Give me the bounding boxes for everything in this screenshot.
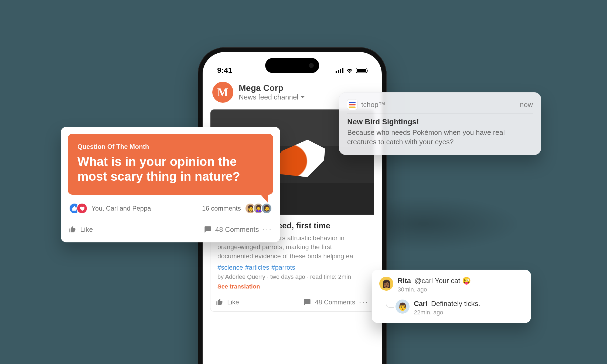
app-icon [347, 99, 357, 110]
comment-user[interactable]: Rita [398, 277, 411, 285]
avatar: 🧔 [261, 203, 272, 214]
push-time: now [520, 101, 533, 109]
channel-title: Mega Corp [239, 83, 372, 93]
commenter-avatars[interactable]: 👩 👩‍🦱 🧔 [245, 203, 272, 214]
chevron-down-icon [301, 95, 305, 99]
question-text: What is in your opinion the most scary t… [77, 154, 264, 184]
comment-time: 30min. ago [398, 286, 523, 293]
comment-body: Definately ticks. [431, 300, 480, 308]
comment-text: Carl Definately ticks. [414, 300, 523, 308]
channel-avatar: M [212, 82, 233, 103]
article-action-bar: Like 48 Comments ··· [210, 293, 374, 311]
article-byline: by Adorlee Querry · two days ago · read … [217, 273, 367, 280]
wifi-icon [346, 68, 353, 73]
cellular-icon [336, 68, 343, 73]
push-notification[interactable]: tchop™ now New Bird Sightings! Because w… [339, 92, 541, 155]
question-kicker: Question Of The Month [77, 143, 264, 150]
more-icon[interactable]: ··· [359, 298, 369, 307]
battery-icon [356, 68, 367, 73]
comment-time: 22min. ago [414, 309, 523, 316]
question-card[interactable]: Question Of The Month What is in your op… [61, 127, 280, 242]
comments-button[interactable]: 48 Comments [215, 225, 259, 234]
reactions-summary[interactable]: You, Carl and Peppa [91, 205, 151, 212]
thumbs-up-icon[interactable] [69, 226, 76, 233]
question-action-bar: Like 48 Comments ··· [61, 219, 280, 240]
question-bubble: Question Of The Month What is in your op… [68, 134, 273, 195]
comment-user[interactable]: Carl [414, 300, 428, 308]
avatar[interactable]: 👩🏾 [379, 277, 393, 291]
avatar[interactable]: 👨 [395, 300, 410, 314]
push-body: Because who needs Pokémon when you have … [347, 128, 533, 147]
tag[interactable]: #articles [245, 264, 269, 271]
dynamic-island [265, 58, 319, 73]
comment-emoji: 😜 [462, 277, 471, 285]
status-time: 9:41 [217, 66, 232, 75]
comment-body: Your cat [435, 277, 460, 285]
like-button[interactable]: Like [227, 298, 239, 306]
channel-subtitle-text: News feed channel [239, 93, 298, 101]
comment-row: 👨 Carl Definately ticks. 22min. ago [395, 300, 523, 316]
push-title: New Bird Sightings! [347, 118, 533, 126]
comment-text: Rita @carl Your cat 😜 [398, 277, 523, 285]
article-tags[interactable]: #science #articles #parrots [217, 264, 367, 271]
thumbs-up-icon[interactable] [216, 298, 223, 306]
see-translation-link[interactable]: See translation [217, 283, 367, 290]
comments-count[interactable]: 16 comments [202, 205, 241, 212]
comments-card[interactable]: 👩🏾 Rita @carl Your cat 😜 30min. ago 👨 Ca… [372, 270, 531, 323]
tag[interactable]: #science [217, 264, 243, 271]
push-app-name: tchop™ [361, 101, 386, 109]
comment-mention[interactable]: @carl [414, 277, 433, 285]
tag[interactable]: #parrots [271, 264, 295, 271]
comments-button[interactable]: 48 Comments [315, 298, 355, 306]
comment-icon[interactable] [204, 226, 212, 233]
comment-icon[interactable] [304, 298, 311, 306]
like-button[interactable]: Like [80, 225, 93, 234]
reactions-row: You, Carl and Peppa 16 comments 👩 👩‍🦱 🧔 [61, 202, 280, 219]
love-reaction-icon[interactable] [76, 203, 88, 214]
comment-row: 👩🏾 Rita @carl Your cat 😜 30min. ago [379, 277, 523, 293]
more-icon[interactable]: ··· [263, 225, 272, 234]
